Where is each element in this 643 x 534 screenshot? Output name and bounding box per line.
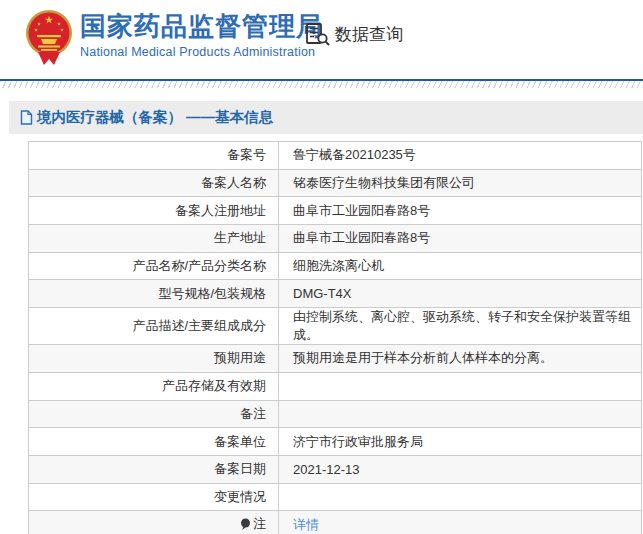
- table-row: 型号规格/包装规格 DMG-T4X: [29, 280, 642, 308]
- note-label-text: 注: [253, 515, 266, 533]
- row-label: 生产地址: [29, 225, 279, 253]
- table-row: 备案号 鲁宁械备20210235号: [29, 142, 642, 170]
- data-query-nav[interactable]: 数据查询: [305, 22, 403, 46]
- section-title-bar: 境内医疗器械（备案） ——基本信息: [9, 101, 643, 134]
- table-row: 备案日期 2021-12-13: [29, 455, 642, 483]
- row-label: 备注: [29, 400, 279, 428]
- row-value: 细胞洗涤离心机: [279, 252, 642, 280]
- row-value: 2021-12-13: [279, 455, 642, 483]
- row-value: 曲阜市工业园阳春路8号: [279, 225, 642, 253]
- row-value: [279, 483, 642, 511]
- table-row: 备案单位 济宁市行政审批服务局: [29, 428, 642, 456]
- row-value: [279, 372, 642, 400]
- row-label: 备案日期: [29, 455, 279, 483]
- row-value: 曲阜市工业园阳春路8号: [279, 197, 642, 225]
- row-value: [279, 400, 642, 428]
- hatch-pattern-band: [0, 81, 643, 88]
- row-label: 变更情况: [29, 483, 279, 511]
- table-row: 预期用途 预期用途是用于样本分析前人体样本的分离。: [29, 345, 642, 373]
- row-label: 预期用途: [29, 345, 279, 373]
- row-value: 鲁宁械备20210235号: [279, 142, 642, 170]
- row-value: 由控制系统、离心腔、驱动系统、转子和安全保护装置等组成。: [279, 308, 642, 345]
- main-content: 境内医疗器械（备案） ——基本信息 备案号 鲁宁械备20210235号 备案人名…: [9, 101, 643, 534]
- data-query-label: 数据查询: [335, 23, 403, 46]
- row-label: 备案单位: [29, 428, 279, 456]
- row-label: 型号规格/包装规格: [29, 280, 279, 308]
- registration-info-table: 备案号 鲁宁械备20210235号 备案人名称 铭泰医疗生物科技集团有限公司 备…: [28, 141, 642, 534]
- row-value: 铭泰医疗生物科技集团有限公司: [279, 169, 642, 197]
- page-title: 境内医疗器械（备案） ——基本信息: [37, 108, 273, 127]
- row-label: 产品存储及有效期: [29, 372, 279, 400]
- row-label: 产品描述/主要组成成分: [29, 308, 279, 345]
- row-label: 备案号: [29, 142, 279, 170]
- table-row-note: 注 详情: [29, 511, 642, 534]
- row-label: 备案人名称: [29, 169, 279, 197]
- agency-name-zh: 国家药品监督管理局: [80, 10, 323, 42]
- table-row: 产品存储及有效期: [29, 372, 642, 400]
- table-row: 备案人注册地址 曲阜市工业园阳春路8号: [29, 197, 642, 225]
- row-value: 济宁市行政审批服务局: [279, 428, 642, 456]
- table-row: 产品名称/产品分类名称 细胞洗涤离心机: [29, 252, 642, 280]
- row-value: 预期用途是用于样本分析前人体样本的分离。: [279, 345, 642, 373]
- table-row: 生产地址 曲阜市工业园阳春路8号: [29, 225, 642, 253]
- note-pin-icon: [240, 518, 251, 531]
- row-label: 注: [29, 511, 279, 534]
- national-emblem-logo[interactable]: [24, 7, 74, 67]
- agency-brand: 国家药品监督管理局 National Medical Products Admi…: [80, 10, 323, 59]
- national-emblem-icon: [24, 7, 74, 67]
- row-value: 详情: [279, 511, 642, 534]
- row-label: 产品名称/产品分类名称: [29, 252, 279, 280]
- table-row: 备注: [29, 400, 642, 428]
- table-row: 产品描述/主要组成成分 由控制系统、离心腔、驱动系统、转子和安全保护装置等组成。: [29, 308, 642, 345]
- row-value: DMG-T4X: [279, 280, 642, 308]
- site-header: 国家药品监督管理局 National Medical Products Admi…: [0, 0, 643, 79]
- document-search-icon: [305, 22, 331, 46]
- document-icon: [20, 110, 33, 125]
- table-row: 变更情况: [29, 483, 642, 511]
- details-link[interactable]: 详情: [293, 517, 319, 532]
- row-label: 备案人注册地址: [29, 197, 279, 225]
- table-row: 备案人名称 铭泰医疗生物科技集团有限公司: [29, 169, 642, 197]
- agency-name-en: National Medical Products Administration: [80, 45, 323, 59]
